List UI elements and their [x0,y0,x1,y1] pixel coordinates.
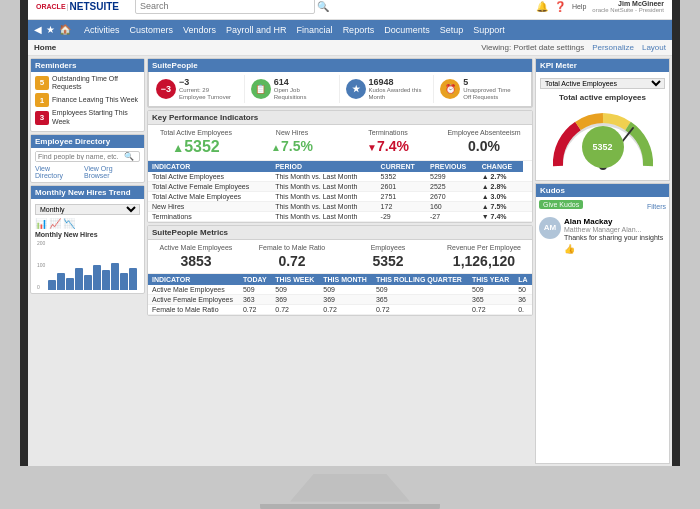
spm-section: SuitePeople Metrics Active Male Employee… [147,225,533,316]
reminder-text-1: Outstanding Time Off Requests [52,75,140,92]
line-chart-icon[interactable]: 📈 [49,218,61,229]
subbar: Home Viewing: Portlet date settings Pers… [28,40,672,56]
spm-label-ratio: Female to Male Ratio [248,244,336,251]
spm-table: INDICATOR TODAY THIS WEEK THIS MONTH THI… [148,274,532,315]
nav-financial[interactable]: Financial [292,23,338,37]
bar-chart-icon[interactable]: 📊 [35,218,47,229]
home-icon[interactable]: 🏠 [59,24,71,35]
user-role: oracle NetSuite - President [592,7,664,13]
employee-search-wrapper: 🔍 [35,151,140,162]
nav-payroll[interactable]: Payroll and HR [221,23,292,37]
search-small-icon: 🔍 [124,152,134,161]
reminder-num-2[interactable]: 1 [35,93,49,107]
nav-setup[interactable]: Setup [435,23,469,37]
spm-label-emp: Employees [344,244,432,251]
kpi-label-term: Terminations [344,129,432,136]
layout-link[interactable]: Layout [642,43,666,52]
nav-documents[interactable]: Documents [379,23,435,37]
monthly-hires-card: Monthly New Hires Trend Monthly 📊 📈 📉 Mo… [30,185,145,294]
bar-7 [102,270,110,290]
netsuite-text: NETSUITE [70,1,119,12]
kpi-meter-body: Total Active Employees Total active empl… [536,72,669,180]
personalize-link[interactable]: Personalize [592,43,634,52]
arrow-total: ▲ [172,141,184,155]
kpi-label-total: Total Active Employees [152,129,240,136]
employee-directory-links: View Directory View Org Browser [35,165,140,179]
spm-th-6: LA [514,274,532,285]
bar-chart: 200 100 0 [35,240,140,290]
sp-metric-turnover: −3 −3 Current: 29 Employee Turnover [152,75,245,103]
reminders-header: Reminders [31,59,144,72]
kudos-text: Thanks for sharing your insights [564,233,663,242]
screen: ORACLE | NETSUITE 🔍 🔔 ❓ Help Jim McGinee… [28,0,672,466]
main-content: Reminders 5 Outstanding Time Off Request… [28,56,672,466]
kpi-num-hires: 7.5% [281,138,313,154]
topbar-right: 🔔 ❓ Help Jim McGineer oracle NetSuite - … [536,0,664,13]
area-chart-icon[interactable]: 📉 [63,218,75,229]
reminder-num-3[interactable]: 3 [35,111,49,125]
chart-icons: 📊 📈 📉 [35,218,140,229]
spm-th-3: THIS MONTH [319,274,372,285]
left-sidebar: Reminders 5 Outstanding Time Off Request… [30,58,145,464]
bell-icon[interactable]: 🔔 [536,1,548,12]
reminders-body: 5 Outstanding Time Off Requests 1 Financ… [31,72,144,132]
sp-label-kudos-1: Kudos Awarded this [369,87,422,94]
spm-big-employees: Employees 5352 [344,244,432,269]
search-input[interactable] [135,0,315,14]
help-icon[interactable]: ❓ [554,1,566,12]
nav-customers[interactable]: Customers [125,23,179,37]
bar-3 [66,278,74,291]
suitepeople-card: SuitePeople −3 −3 Current: 29 Employee T… [147,58,533,108]
reminder-num-1[interactable]: 5 [35,76,49,90]
kpi-new-hires: New Hires ▲7.5% [248,129,336,156]
sp-metric-jobs: 📋 614 Open Job Requisitions [247,75,340,103]
give-kudos-button[interactable]: Give Kudos [539,200,583,209]
spm-th-5: THIS YEAR [468,274,514,285]
trend-select[interactable]: Monthly [35,204,140,215]
sp-label-kudos-2: Month [369,94,422,101]
kpi-table-row: Total Active Female EmployeesThis Month … [148,181,532,191]
kpi-total-active: Total Active Employees ▲5352 [152,129,240,156]
nav-vendors[interactable]: Vendors [178,23,221,37]
nav-reports[interactable]: Reports [338,23,380,37]
bar-10 [129,268,137,291]
spm-val-male: 3853 [152,253,240,269]
kudos-body: Give Kudos Filters AM Alan Mackay Matthe… [536,197,669,257]
monitor-stand [290,474,410,502]
sp-label-timeoff-1: Unapproved Time [463,87,510,94]
kpi-meter-select[interactable]: Total Active Employees [540,78,665,89]
kpi-label-hires: New Hires [248,129,336,136]
oracle-netsuite-logo: ORACLE | NETSUITE [36,1,119,12]
spm-big-ratio: Female to Male Ratio 0.72 [248,244,336,269]
kpi-num-term: 7.4% [377,138,409,154]
kpi-th-change: CHANGE [478,161,523,172]
nav-support[interactable]: Support [468,23,510,37]
employee-search-input[interactable] [36,152,124,161]
user-info: Jim McGineer oracle NetSuite - President [592,0,664,13]
sp-metric-val-1: −3 [179,77,231,87]
nav-icons: ◀ ★ 🏠 [34,24,71,35]
sp-metric-info-3: 16948 Kudos Awarded this Month [369,77,422,101]
search-icon[interactable]: 🔍 [317,1,329,12]
kudos-like-button[interactable]: 👍 [564,244,663,254]
kpi-header: Key Performance Indicators [148,111,532,125]
spm-big-numbers: Active Male Employees 3853 Female to Mal… [148,240,532,274]
spm-header: SuitePeople Metrics [148,226,532,240]
arrow-term: ▼ [367,142,377,153]
navbar: ◀ ★ 🏠 Activities Customers Vendors Payro… [28,20,672,40]
kudos-header: Kudos [536,184,669,197]
monthly-hires-header: Monthly New Hires Trend [31,186,144,199]
spm-val-emp: 5352 [344,253,432,269]
sp-metric-info-4: 5 Unapproved Time Off Requests [463,77,510,101]
oracle-text: ORACLE [36,3,66,10]
view-directory-link[interactable]: View Directory [35,165,80,179]
view-org-link[interactable]: View Org Browser [84,165,140,179]
kudos-filters[interactable]: Filters [647,203,666,210]
kpi-meter-card: KPI Meter Total Active Employees Total a… [535,58,670,181]
nav-activities[interactable]: Activities [79,23,125,37]
star-icon[interactable]: ★ [46,24,55,35]
bar-9 [120,273,128,291]
back-icon[interactable]: ◀ [34,24,42,35]
spm-th-4: THIS ROLLING QUARTER [372,274,468,285]
kpi-val-term: ▼7.4% [344,138,432,154]
